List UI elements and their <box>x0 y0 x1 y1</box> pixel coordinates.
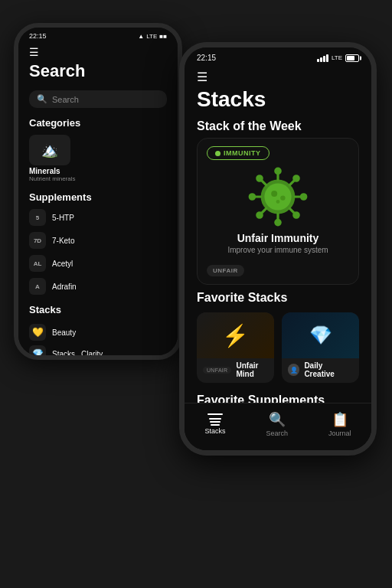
favorite-stacks-heading: Favorite Stacks <box>185 285 371 309</box>
unfair-mind-name: Unfair Mind <box>236 361 268 378</box>
back-status-right: ▲ LTE ■■ <box>138 33 167 40</box>
list-item[interactable]: 7D 7-Keto <box>18 229 178 252</box>
list-item[interactable]: 💎 Stacks Clarity <box>29 343 167 360</box>
svg-point-15 <box>257 213 262 217</box>
back-badge-7d: 7D <box>29 232 46 249</box>
back-hamburger[interactable]: ☰ <box>29 46 167 58</box>
active-indicator <box>207 413 223 415</box>
journal-nav-icon: 📋 <box>332 411 348 428</box>
back-badge-5htp: 5 <box>29 209 46 226</box>
diamond-icon: 💎 <box>309 325 332 346</box>
back-status-bar: 22:15 ▲ LTE ■■ <box>18 28 178 41</box>
stacks-grid: ♥ ⚡ UNFAIR Unfair Mind ♥ 💎 <box>197 312 359 383</box>
unfair-mind-logo: UNFAIR <box>203 367 231 374</box>
back-minerals-name: Minerals <box>29 167 60 175</box>
nav-stacks[interactable]: Stacks <box>204 413 225 435</box>
search-nav-label: Search <box>266 430 288 437</box>
svg-point-11 <box>257 176 262 181</box>
svg-point-13 <box>294 176 299 181</box>
favorite-stacks-section: ♥ ⚡ UNFAIR Unfair Mind ♥ 💎 <box>185 312 371 383</box>
back-supplements-label: Supplements <box>18 185 178 206</box>
immunity-footer: UNFAIR <box>198 260 358 284</box>
svg-point-19 <box>280 195 285 200</box>
creative-card-bg: 💎 <box>282 312 359 358</box>
creative-card-bottom: 👤 Daily Creative <box>282 358 359 383</box>
svg-point-3 <box>276 168 280 173</box>
back-search-bar[interactable]: 🔍 Search <box>29 90 167 108</box>
creative-avatar: 👤 <box>288 364 299 376</box>
back-acetyl-name: Acetyl <box>52 260 73 268</box>
nav-journal[interactable]: 📋 Journal <box>328 411 351 437</box>
back-search-placeholder: Search <box>52 95 79 104</box>
journal-nav-label: Journal <box>328 430 351 437</box>
svg-point-7 <box>250 194 254 199</box>
signal-icon <box>317 54 328 62</box>
nav-search[interactable]: 🔍 Search <box>266 411 288 437</box>
back-minerals-sub: Nutrient minerals <box>29 175 75 182</box>
search-nav-icon: 🔍 <box>269 411 286 428</box>
back-beauty-name: Beauty <box>52 328 76 337</box>
list-item[interactable]: AL Acetyl <box>18 252 178 275</box>
svg-point-20 <box>276 200 280 204</box>
back-clarity-label: Clarity <box>81 350 103 358</box>
back-clarity-name: Stacks <box>52 350 75 358</box>
back-minerals-icon: 🏔️ <box>29 135 70 165</box>
back-clarity-icon: 💎 <box>29 345 46 360</box>
daily-creative-card[interactable]: ♥ 💎 👤 Daily Creative <box>282 312 359 383</box>
back-stacks-section: 💛 Beauty 💎 Stacks Clarity <box>18 318 178 360</box>
back-header: ☰ Search <box>18 41 178 87</box>
list-item[interactable]: 5 5-HTP <box>18 206 178 229</box>
mind-card-bg: ⚡ <box>197 312 274 358</box>
immunity-dot <box>215 151 220 156</box>
unfair-logo-badge: UNFAIR <box>207 265 244 276</box>
back-categories-label: Categories <box>18 111 178 132</box>
back-5htp-name: 5-HTP <box>52 214 74 222</box>
front-status-bar: 22:15 LTE <box>185 47 371 65</box>
front-phone: 22:15 LTE ☰ Stacks Stack of the Week <box>179 42 377 456</box>
back-adrafin-name: Adrafin <box>52 283 77 291</box>
stacks-nav-icon <box>209 418 221 426</box>
back-page-title: Search <box>29 61 167 81</box>
immunity-subtitle: Improve your immune system <box>207 246 349 254</box>
stacks-nav-label: Stacks <box>204 427 225 435</box>
lightning-icon: ⚡ <box>222 323 249 348</box>
back-time: 22:15 <box>29 32 47 40</box>
front-time: 22:15 <box>197 54 216 62</box>
svg-point-17 <box>294 213 299 217</box>
virus-illustration <box>247 166 309 227</box>
list-item[interactable]: 💛 Beauty <box>29 322 167 343</box>
immunity-text: Unfair Immunity Improve your immune syst… <box>198 230 358 260</box>
battery-icon <box>345 54 359 62</box>
front-status-right: LTE <box>317 54 359 62</box>
back-badge-a: A <box>29 278 46 295</box>
immunity-card[interactable]: IMMUNITY <box>197 138 359 285</box>
daily-creative-name: Daily Creative <box>304 361 353 378</box>
unfair-mind-card[interactable]: ♥ ⚡ UNFAIR Unfair Mind <box>197 312 274 383</box>
back-search-icon: 🔍 <box>37 94 47 104</box>
page-title: Stacks <box>185 84 371 113</box>
svg-point-1 <box>264 183 291 210</box>
sotw-heading: Stack of the Week <box>185 113 371 138</box>
back-beauty-icon: 💛 <box>29 324 46 341</box>
back-phone: 22:15 ▲ LTE ■■ ☰ Search 🔍 Search Categor… <box>14 23 182 360</box>
back-badge-al: AL <box>29 255 46 272</box>
lte-icon: LTE <box>332 54 342 61</box>
mind-card-bottom: UNFAIR Unfair Mind <box>197 358 274 383</box>
immunity-title: Unfair Immunity <box>207 232 349 244</box>
svg-point-9 <box>301 194 305 199</box>
back-stacks-label: Stacks <box>18 298 178 318</box>
hamburger-menu[interactable]: ☰ <box>185 65 371 84</box>
immunity-badge: IMMUNITY <box>207 146 270 160</box>
immunity-visual <box>198 160 358 230</box>
svg-point-5 <box>276 220 280 224</box>
back-7keto-name: 7-Keto <box>52 237 74 245</box>
front-content: ☰ Stacks Stack of the Week IMMUNITY <box>185 65 371 450</box>
bottom-navigation: Stacks 🔍 Search 📋 Journal <box>185 403 371 450</box>
list-item[interactable]: A Adrafin <box>18 275 178 298</box>
back-minerals-category[interactable]: 🏔️ Minerals Nutrient minerals <box>18 132 178 185</box>
svg-point-18 <box>271 191 277 197</box>
